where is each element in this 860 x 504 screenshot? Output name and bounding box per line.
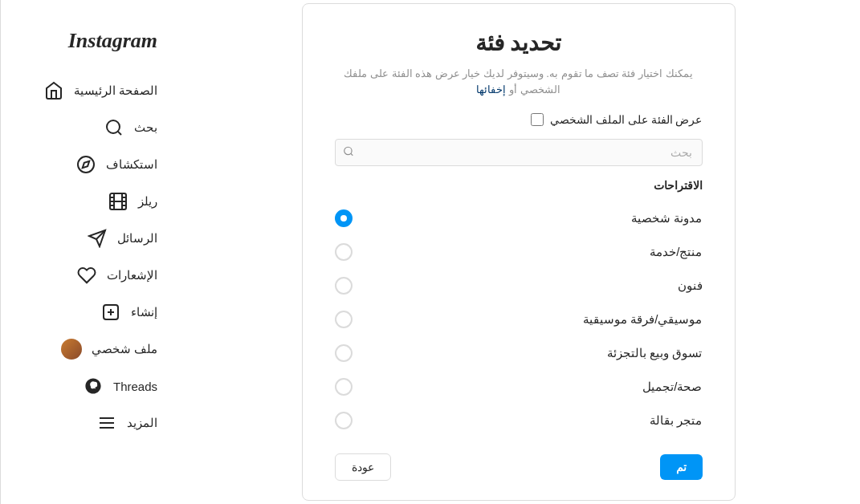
sidebar-item-label: ملف شخصي [92, 342, 157, 356]
svg-point-2 [107, 120, 120, 133]
threads-icon [83, 376, 104, 396]
search-input[interactable] [335, 139, 703, 166]
messages-icon [87, 228, 108, 249]
sidebar-item-label: الرسائل [117, 231, 157, 246]
svg-point-4 [78, 156, 94, 173]
heart-icon [76, 265, 97, 286]
show-profile-checkbox[interactable] [531, 113, 544, 126]
done-button[interactable]: تم [660, 454, 703, 480]
card-title: تحديد فئة [335, 30, 703, 56]
avatar-icon [61, 339, 82, 360]
sidebar-item-home[interactable]: الصفحة الرئيسية [10, 72, 167, 109]
sidebar-item-label: الإشعارات [107, 268, 157, 282]
svg-line-1 [350, 153, 353, 156]
sidebar-item-profile[interactable]: ملف شخصي [10, 331, 167, 368]
option-label: تسوق وبيع بالتجزئة [607, 346, 702, 360]
plus-icon [100, 302, 121, 323]
option-row: صحة/تجميل [335, 370, 703, 404]
option-label: صحة/تجميل [642, 380, 702, 394]
option-radio[interactable] [335, 344, 353, 362]
option-radio[interactable] [335, 209, 353, 227]
svg-line-3 [118, 132, 121, 135]
back-button[interactable]: عودة [335, 453, 391, 481]
option-radio[interactable] [335, 243, 353, 261]
main-content: تحديد فئة يمكنك اختيار فئة تصف ما تقوم ب… [177, 0, 860, 504]
menu-icon [96, 413, 117, 433]
search-icon [343, 146, 354, 160]
sidebar-item-search[interactable]: بحث [10, 109, 167, 146]
sidebar: Instagram الصفحة الرئيسيةبحثاستكشافريلزا… [0, 0, 177, 504]
options-list: مدونة شخصيةمنتج/خدمةفنونموسيقي/فرقة موسي… [335, 201, 703, 437]
sidebar-item-notifications[interactable]: الإشعارات [10, 257, 167, 294]
sidebar-item-more[interactable]: المزيد [10, 404, 167, 441]
sidebar-item-messages[interactable]: الرسائل [10, 220, 167, 257]
sidebar-item-label: Threads [113, 380, 157, 393]
option-row: منتج/خدمة [335, 235, 703, 269]
sidebar-item-label: الصفحة الرئيسية [74, 83, 157, 98]
category-card: تحديد فئة يمكنك اختيار فئة تصف ما تقوم ب… [302, 3, 736, 501]
footer-buttons: تم عودة [335, 453, 703, 481]
search-icon [104, 117, 124, 138]
sidebar-item-label: بحث [134, 120, 157, 135]
sidebar-item-create[interactable]: إنشاء [10, 294, 167, 331]
option-radio[interactable] [335, 277, 353, 295]
sidebar-item-reels[interactable]: ريلز [10, 183, 167, 220]
option-row: مدونة شخصية [335, 201, 703, 235]
option-label: مدونة شخصية [631, 211, 702, 226]
option-row: فنون [335, 269, 703, 303]
subtitle-link[interactable]: إخفائها [476, 83, 506, 96]
option-radio[interactable] [335, 311, 353, 328]
sidebar-item-label: المزيد [127, 416, 157, 430]
search-row [335, 139, 703, 166]
svg-point-0 [344, 147, 351, 154]
option-row: متجر بقالة [335, 404, 703, 437]
card-subtitle: يمكنك اختيار فئة تصف ما تقوم به. وسيتوفر… [335, 66, 703, 97]
option-radio[interactable] [335, 412, 353, 429]
option-label: موسيقي/فرقة موسيقية [583, 312, 702, 327]
suggestions-label: الاقتراحات [335, 179, 703, 192]
option-label: متجر بقالة [650, 413, 702, 428]
reels-icon [108, 191, 128, 212]
svg-marker-5 [83, 161, 89, 168]
option-label: فنون [678, 278, 703, 293]
sidebar-item-threads[interactable]: Threads [10, 368, 167, 404]
option-radio[interactable] [335, 378, 353, 396]
instagram-logo: Instagram [10, 16, 167, 72]
show-profile-label: عرض الفئة على الملف الشخصي [550, 113, 703, 126]
sidebar-item-explore[interactable]: استكشاف [10, 146, 167, 183]
sidebar-item-label: استكشاف [106, 157, 157, 172]
home-icon [43, 80, 64, 101]
option-label: منتج/خدمة [650, 245, 702, 259]
sidebar-item-label: ريلز [138, 194, 157, 209]
explore-icon [75, 154, 96, 175]
option-row: موسيقي/فرقة موسيقية [335, 303, 703, 336]
sidebar-item-label: إنشاء [131, 305, 157, 319]
show-profile-row: عرض الفئة على الملف الشخصي [335, 113, 703, 126]
option-row: تسوق وبيع بالتجزئة [335, 336, 703, 370]
